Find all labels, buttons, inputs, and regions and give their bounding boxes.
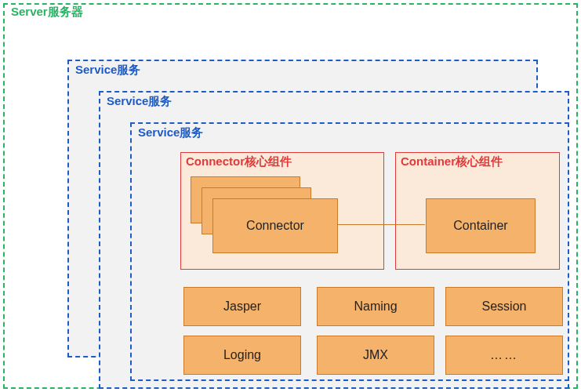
container-block: Container: [426, 198, 536, 253]
connector-to-container-line: [337, 224, 425, 225]
container-core-label: Container核心组件: [401, 154, 503, 169]
connector-core-box: Connector核心组件 Connector: [180, 152, 384, 270]
connector-core-label: Connector核心组件: [186, 154, 292, 169]
server-label: Server服务器: [9, 5, 85, 20]
service-label-1: Service服务: [75, 63, 140, 78]
connector-block: Connector: [212, 198, 338, 253]
more-block: ……: [445, 336, 563, 375]
session-block: Session: [445, 287, 563, 326]
service-label-2: Service服务: [107, 94, 172, 109]
server-box: Server服务器 Service服务 Service服务 Service服务 …: [3, 3, 578, 389]
loging-block: Loging: [183, 336, 301, 375]
jasper-block: Jasper: [183, 287, 301, 326]
service-label-3: Service服务: [138, 125, 203, 140]
jmx-block: JMX: [317, 336, 434, 375]
service-box-3: Service服务 Connector核心组件 Connector Contai…: [130, 122, 569, 381]
naming-block: Naming: [317, 287, 434, 326]
container-core-box: Container核心组件 Container: [395, 152, 560, 270]
